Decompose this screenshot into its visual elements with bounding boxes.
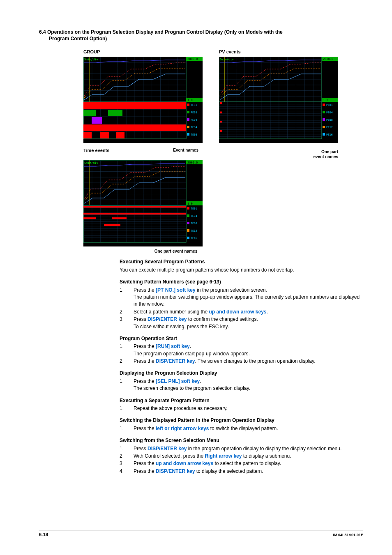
screen-pv-svg: 5min/div2000.01.0PE01PE04PE08PE12PE16	[219, 57, 338, 143]
svg-rect-174	[83, 213, 186, 215]
one-part-event-names-label-bottom: One part event names	[116, 249, 235, 253]
event-names-label: Event names	[173, 148, 198, 152]
svg-text:PE16: PE16	[326, 133, 333, 136]
svg-rect-59	[187, 133, 189, 136]
svg-rect-44	[92, 117, 102, 124]
svg-rect-192	[187, 214, 189, 217]
svg-rect-57	[187, 126, 189, 128]
svg-rect-116	[220, 130, 222, 132]
svg-text:5min/div: 5min/div	[220, 58, 234, 61]
svg-text:5min/div: 5min/div	[84, 58, 98, 61]
svg-text:TE12: TE12	[191, 229, 197, 233]
svg-rect-126	[323, 126, 325, 128]
one-part-event-names-label-right: One part event names	[313, 150, 338, 159]
svg-text:TE01: TE01	[191, 104, 197, 107]
screen-pv: PV events 5min/div2000.01.0PE01PE04PE08P…	[219, 49, 338, 143]
switch-step-1: Press the [PT NO.] soft key in the progr…	[134, 287, 363, 308]
svg-text:TE16: TE16	[191, 237, 197, 240]
svg-rect-177	[83, 218, 96, 220]
svg-rect-101	[220, 102, 222, 104]
switch-step-2: Select a pattern number using the up and…	[134, 309, 363, 315]
svg-rect-194	[187, 222, 189, 224]
svg-text:TE08: TE08	[191, 222, 197, 225]
svg-rect-49	[100, 132, 109, 138]
svg-text:PE01: PE01	[326, 104, 333, 107]
svg-rect-48	[83, 132, 92, 138]
svg-text:TE01: TE01	[191, 207, 197, 210]
time-events-title: Time events	[83, 148, 109, 153]
svg-text:TE04: TE04	[191, 214, 197, 218]
switch-heading: Switching Pattern Numbers (see page 6-13…	[120, 279, 363, 286]
header-line-1: 6.4 Operations on the Program Selection …	[39, 29, 363, 35]
switch-step-3: Press DISP/ENTER key to confirm the chan…	[134, 316, 363, 330]
screen-pv-title: PV events	[219, 49, 338, 54]
svg-rect-53	[187, 111, 189, 113]
svg-rect-39	[83, 102, 186, 109]
svg-text:2000.0: 2000.0	[187, 161, 198, 164]
svg-rect-120	[323, 104, 325, 106]
svg-rect-41	[83, 110, 96, 116]
svg-text:1.0: 1.0	[187, 202, 193, 205]
page-footer: 6-18 IM 04L31A01-01E	[39, 530, 363, 537]
swmenu-step-3: Press the up and down arrow keys to sele…	[134, 460, 363, 467]
progstart-step-2: Press the DISP/ENTER key. The screen cha…	[134, 358, 363, 365]
svg-text:5min/div: 5min/div	[84, 161, 98, 165]
screen-group-title: GROUP	[83, 49, 203, 54]
screen-group-svg: 5min/div2000.01.0TE01PE03PE04TE04TE05	[83, 57, 203, 143]
page-number: 6-18	[39, 532, 48, 537]
caption-row-1: Time events Event names One part event n…	[83, 145, 363, 159]
swmenu-step-4: Press the DISP/ENTER key to display the …	[134, 468, 363, 475]
svg-rect-111	[220, 121, 222, 123]
svg-rect-50	[116, 132, 125, 138]
svg-rect-128	[323, 133, 325, 136]
doc-number: IM 04L31A01-01E	[333, 532, 363, 537]
svg-rect-51	[187, 104, 189, 106]
svg-text:TE04: TE04	[191, 126, 197, 129]
screen-time-svg: 5min/div2000.01.0TE01TE04TE08TE12TE16	[83, 160, 203, 246]
screen-group: GROUP 5min/div2000.01.0TE01PE03PE04TE04T…	[83, 49, 203, 143]
svg-rect-178	[112, 218, 127, 220]
swmenu-step-2: With Control selected, press the Right a…	[134, 453, 363, 460]
svg-rect-42	[108, 110, 122, 116]
dispsel-step-1: Press the [SEL PNL] soft key. The screen…	[134, 378, 363, 392]
svg-text:PE04: PE04	[326, 111, 333, 114]
execsep-heading: Executing a Separate Program Pattern	[120, 397, 363, 404]
svg-rect-170	[83, 206, 186, 208]
svg-text:1.0: 1.0	[187, 99, 193, 102]
svg-rect-182	[104, 224, 120, 226]
svg-text:PE08: PE08	[326, 118, 333, 122]
svg-text:2000.0: 2000.0	[323, 58, 333, 61]
header-line-2: Program Control Option)	[39, 35, 363, 42]
svg-rect-190	[187, 207, 189, 210]
body-content: Executing Several Program Patterns You c…	[120, 258, 363, 475]
svg-rect-124	[323, 118, 325, 121]
svg-text:TE05: TE05	[191, 133, 197, 136]
svg-text:PE04: PE04	[191, 118, 197, 122]
execsep-step-1: Repeat the above procedure as necessary.	[134, 405, 363, 412]
svg-rect-106	[220, 112, 222, 114]
svg-rect-46	[83, 124, 186, 131]
progstart-step-1: Press the [RUN] soft key. The program op…	[134, 343, 363, 357]
section-header: 6.4 Operations on the Program Selection …	[39, 29, 363, 42]
swdisp-step-1: Press the left or right arrow keys to sw…	[134, 425, 363, 432]
exec-several-text: You can execute multiple program pattern…	[120, 267, 363, 274]
svg-rect-196	[187, 229, 189, 232]
svg-text:PE12: PE12	[326, 126, 333, 129]
svg-rect-55	[187, 118, 189, 121]
svg-rect-122	[323, 111, 325, 113]
svg-rect-198	[187, 237, 189, 239]
svg-text:1.0: 1.0	[323, 99, 328, 102]
svg-text:PE03: PE03	[191, 111, 197, 114]
exec-several-heading: Executing Several Program Patterns	[120, 258, 363, 265]
dispsel-heading: Displaying the Program Selection Display	[120, 370, 363, 377]
svg-text:2000.0: 2000.0	[187, 58, 198, 61]
swdisp-heading: Switching the Displayed Pattern in the P…	[120, 417, 363, 424]
swmenu-heading: Switching from the Screen Selection Menu	[120, 437, 363, 444]
progstart-heading: Program Operation Start	[120, 335, 363, 342]
swmenu-step-1: Press DISP/ENTER key in the program oper…	[134, 445, 363, 452]
